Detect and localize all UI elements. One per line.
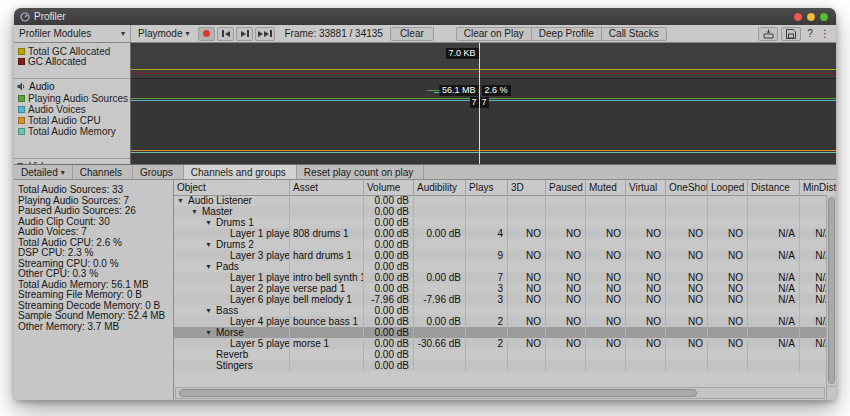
column-header-mindist[interactable]: MinDist [800,180,836,195]
chart-legend-item[interactable]: Total Audio Memory [14,126,130,136]
load-profile-button[interactable] [758,27,778,41]
chart-legend-item[interactable]: Total Audio CPU [14,115,130,125]
record-icon [203,30,210,37]
tab[interactable]: Groups [133,165,184,179]
column-header-3d[interactable]: 3D [508,180,546,195]
window-control-button[interactable] [807,13,815,21]
record-button[interactable] [198,27,215,41]
profiler-modules-dropdown[interactable]: Profiler Modules ▾ [14,25,131,42]
column-header-distance[interactable]: Distance [748,180,800,195]
column-header-muted[interactable]: Muted [586,180,626,195]
column-header-audibility[interactable]: Audibility [414,180,466,195]
tab[interactable]: Channels and groups [184,165,297,179]
column-header-plays[interactable]: Plays [466,180,508,195]
looped-cell [708,360,748,371]
tab[interactable]: Reset play count on play [297,165,425,179]
chart-legend-item[interactable]: Total GC Allocated [14,46,130,56]
foldout-arrow-icon[interactable]: ▼ [205,239,216,250]
virtual-cell: NO [626,272,666,283]
save-profile-button[interactable] [781,27,801,41]
paused-cell [546,261,586,272]
table-row[interactable]: ▼ Drums 1 0.00 dB [174,217,836,228]
column-header-looped[interactable]: Looped [708,180,748,195]
target-selection-dropdown[interactable]: Playmode ▾ [131,25,196,42]
table-row[interactable]: Layer 5 player 1 morse 1 0.00 dB -30.66 … [174,338,836,349]
column-header-object[interactable]: Object [174,180,290,195]
column-header-oneshot[interactable]: OneShot [666,180,708,195]
foldout-arrow-icon[interactable]: ▼ [205,261,216,272]
clear-on-play-toggle[interactable]: Clear on Play [456,27,532,41]
3d-cell: NO [508,316,546,327]
stat-line: Total Audio Sources: 33 [18,185,173,196]
call-stacks-toggle[interactable]: Call Stacks [602,27,667,41]
table-row[interactable]: Layer 6 player 1 bell melody 1 -7.96 dB … [174,294,836,305]
audibility-cell [414,239,466,250]
object-name: Layer 5 player 1 [230,338,290,349]
video-module-header[interactable]: Video [14,160,130,164]
kebab-menu-icon[interactable]: ⋮ [819,28,831,39]
window-control-button[interactable] [820,13,828,21]
table-row[interactable]: Layer 1 player 1 intro bell synth 1 0.00… [174,272,836,283]
table-row[interactable]: Reverb 0.00 dB [174,349,836,360]
vertical-scrollbar-thumb[interactable] [828,197,835,384]
foldout-arrow-icon[interactable]: ▼ [177,195,188,206]
tab[interactable]: Detailed ▾ [14,165,73,179]
audibility-cell [414,206,466,217]
tab[interactable]: Channels [73,165,133,179]
table-row[interactable]: ▼ Master 0.00 dB [174,206,836,217]
3d-cell: NO [508,283,546,294]
horizontal-scrollbar[interactable] [175,387,825,399]
foldout-arrow-icon[interactable]: ▼ [205,217,216,228]
chart-legend-item[interactable]: Playing Audio Sources [14,93,130,103]
virtual-cell [626,327,666,338]
profiler-toggle-group: Clear on Play Deep Profile Call Stacks [456,27,667,41]
column-header-virtual[interactable]: Virtual [626,180,666,195]
table-row[interactable]: ▼ Bass 0.00 dB [174,305,836,316]
table-row[interactable]: Layer 3 player 0 hard drums 1 0.00 dB 9 … [174,250,836,261]
help-icon[interactable]: ? [804,28,816,39]
window-control-button[interactable] [794,13,802,21]
chart-legend-item[interactable]: GC Allocated [14,56,130,66]
table-row[interactable]: Layer 4 player 1 bounce bass 1 0.00 dB 0… [174,316,836,327]
plays-cell [466,305,508,316]
previous-frame-button[interactable] [217,27,234,41]
foldout-arrow-icon[interactable]: ▼ [205,305,216,316]
gc-allocated-trace [131,69,836,70]
object-name: Stingers [216,360,253,371]
table-row[interactable]: Stingers 0.00 dB [174,360,836,371]
horizontal-scrollbar-thumb[interactable] [179,389,697,397]
current-frame-button[interactable] [255,27,275,41]
foldout-arrow-icon[interactable]: ▼ [205,327,216,338]
audio-voices-badge: 7 [480,97,489,108]
object-name: Morse [216,327,244,338]
muted-cell [586,261,626,272]
column-header-paused[interactable]: Paused [546,180,586,195]
chart-legend-item[interactable]: Audio Voices [14,104,130,114]
column-header-asset[interactable]: Asset [290,180,364,195]
stat-line: Other Memory: 3.7 MB [18,322,173,333]
clear-button[interactable]: Clear [390,27,434,41]
audio-module-header[interactable]: Audio [14,80,130,92]
plays-cell [466,195,508,206]
next-frame-button[interactable] [236,27,253,41]
deep-profile-toggle[interactable]: Deep Profile [532,27,602,41]
table-row[interactable]: ▼ Audio Listener 0.00 dB [174,195,836,206]
vertical-scrollbar[interactable] [826,195,836,386]
foldout-arrow-icon[interactable]: ▼ [191,206,202,217]
table-row[interactable]: ▼ Drums 2 0.00 dB [174,239,836,250]
titlebar[interactable]: Profiler [14,8,836,25]
column-header-volume[interactable]: Volume [364,180,414,195]
table-row[interactable]: ▼ Morse 0.00 dB [174,327,836,338]
table-row[interactable]: Layer 1 player 0 808 drums 1 0.00 dB 0.0… [174,228,836,239]
frame-counter: Frame: 33881 / 34135 [284,28,382,39]
3d-cell [508,206,546,217]
table-row[interactable]: Layer 2 player 0 verse pad 1 0.00 dB 3 N… [174,283,836,294]
profiler-chart[interactable]: 7.0 KB 56.1 MB 2.6 % 7 7 [131,43,836,164]
table-row[interactable]: ▼ Pads 0.00 dB [174,261,836,272]
paused-cell: NO [546,250,586,261]
paused-cell: NO [546,272,586,283]
distance-cell: N/A [748,228,800,239]
3d-cell [508,349,546,360]
module-divider [14,158,130,159]
audio-cpu-badge: 2.6 % [482,85,511,96]
